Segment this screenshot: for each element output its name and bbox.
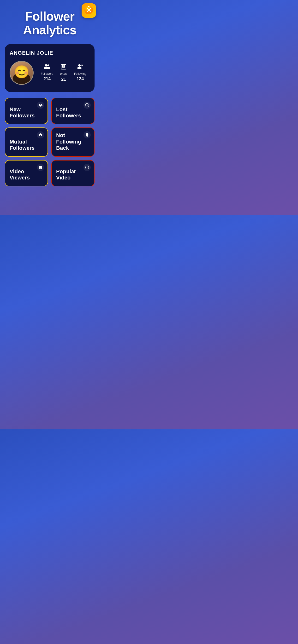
mutual-followers-button[interactable]: MutualFollowers xyxy=(5,128,48,156)
home-icon xyxy=(37,131,44,138)
feature-grid: NewFollowers LostFollowers MutualFollowe… xyxy=(5,98,95,186)
followers-icon xyxy=(44,64,50,71)
following-icon xyxy=(77,64,83,71)
svg-marker-19 xyxy=(87,104,88,106)
stats-container: Followers 214 Posts 21 xyxy=(37,64,90,82)
profile-stats-row: Followers 214 Posts 21 xyxy=(10,61,90,85)
svg-point-15 xyxy=(77,67,82,69)
video-viewers-button[interactable]: VideoViewers xyxy=(5,160,48,186)
stat-posts[interactable]: Posts 21 xyxy=(60,64,67,82)
posts-label: Posts xyxy=(60,72,67,76)
stat-followers[interactable]: Followers 214 xyxy=(41,64,53,82)
posts-icon xyxy=(61,64,66,71)
profile-name: ANGELIN JOLIE xyxy=(10,50,90,56)
svg-rect-9 xyxy=(62,66,63,66)
svg-point-4 xyxy=(45,64,47,66)
not-following-back-button[interactable]: NotFollowingBack xyxy=(51,128,95,156)
stat-following[interactable]: Following 124 xyxy=(74,64,86,82)
profile-card: ANGELIN JOLIE Followers 214 xyxy=(5,44,95,92)
bookmark-icon xyxy=(37,164,44,171)
following-label: Following xyxy=(74,72,86,76)
clock-icon xyxy=(83,164,91,171)
popular-video-button[interactable]: PopularVideo xyxy=(51,160,95,186)
lost-followers-button[interactable]: LostFollowers xyxy=(51,98,95,124)
page-title: Follower Analytics xyxy=(23,10,76,37)
avatar-image xyxy=(10,62,33,84)
svg-point-14 xyxy=(78,64,81,66)
following-value: 124 xyxy=(77,76,84,82)
avatar xyxy=(10,61,34,85)
svg-point-5 xyxy=(47,64,49,66)
svg-point-7 xyxy=(47,67,50,69)
app-icon xyxy=(82,3,96,18)
followers-value: 214 xyxy=(43,76,51,82)
followers-label: Followers xyxy=(41,72,53,76)
app-icon-emoji xyxy=(84,5,94,16)
svg-rect-8 xyxy=(61,64,66,69)
mutual-followers-label: MutualFollowers xyxy=(10,139,44,152)
posts-value: 21 xyxy=(61,77,66,82)
new-followers-button[interactable]: NewFollowers xyxy=(5,98,48,124)
